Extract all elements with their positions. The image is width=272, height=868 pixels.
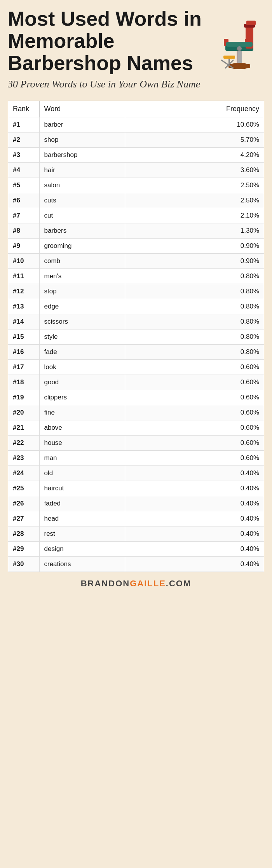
subtitle: 30 Proven Words to Use in Your Own Biz N…: [8, 78, 210, 91]
table-row: #23man0.60%: [8, 451, 264, 466]
cell-rank: #6: [8, 193, 39, 208]
cell-rank: #10: [8, 254, 39, 269]
cell-word: look: [39, 360, 125, 375]
cell-rank: #23: [8, 451, 39, 466]
cell-frequency: 0.40%: [125, 466, 264, 481]
cell-word: design: [39, 542, 125, 557]
cell-word: men's: [39, 269, 125, 284]
main-title: Most Used Words in Memorable Barbershop …: [8, 8, 210, 75]
table-row: #8barbers1.30%: [8, 223, 264, 239]
table-row: #13edge0.80%: [8, 299, 264, 314]
cell-word: edge: [39, 299, 125, 314]
cell-frequency: 0.40%: [125, 496, 264, 511]
cell-rank: #20: [8, 405, 39, 420]
cell-frequency: 0.60%: [125, 375, 264, 390]
cell-rank: #22: [8, 436, 39, 451]
table-container: Rank Word Frequency #1barber10.60%#2shop…: [8, 101, 264, 572]
table-row: #1barber10.60%: [8, 117, 264, 132]
table-row: #16fade0.80%: [8, 345, 264, 360]
svg-rect-9: [246, 21, 256, 25]
table-row: #4hair3.60%: [8, 163, 264, 178]
footer-brand: BRANDONGAILLE.COM: [81, 579, 192, 589]
cell-word: fade: [39, 345, 125, 360]
table-row: #24old0.40%: [8, 466, 264, 481]
cell-word: salon: [39, 178, 125, 193]
cell-word: creations: [39, 557, 125, 572]
cell-rank: #13: [8, 299, 39, 314]
cell-word: rest: [39, 526, 125, 542]
cell-frequency: 2.50%: [125, 178, 264, 193]
words-table: Rank Word Frequency #1barber10.60%#2shop…: [8, 101, 264, 572]
cell-frequency: 0.80%: [125, 329, 264, 345]
table-row: #21above0.60%: [8, 420, 264, 436]
table-row: #12stop0.80%: [8, 284, 264, 299]
cell-rank: #29: [8, 542, 39, 557]
cell-word: barber: [39, 117, 125, 132]
cell-frequency: 0.40%: [125, 542, 264, 557]
cell-word: haircut: [39, 481, 125, 496]
cell-rank: #3: [8, 148, 39, 163]
cell-rank: #1: [8, 117, 39, 132]
cell-rank: #16: [8, 345, 39, 360]
cell-rank: #27: [8, 511, 39, 526]
cell-frequency: 0.80%: [125, 284, 264, 299]
cell-rank: #12: [8, 284, 39, 299]
cell-rank: #17: [8, 360, 39, 375]
cell-rank: #25: [8, 481, 39, 496]
cell-word: head: [39, 511, 125, 526]
cell-word: above: [39, 420, 125, 436]
footer: BRANDONGAILLE.COM: [8, 572, 264, 592]
page-container: Most Used Words in Memorable Barbershop …: [0, 0, 272, 596]
cell-rank: #14: [8, 314, 39, 329]
cell-rank: #26: [8, 496, 39, 511]
cell-word: house: [39, 436, 125, 451]
col-rank: Rank: [8, 101, 39, 117]
cell-word: faded: [39, 496, 125, 511]
svg-point-12: [237, 46, 242, 51]
cell-word: cut: [39, 208, 125, 223]
table-row: #2shop5.70%: [8, 132, 264, 148]
table-row: #26faded0.40%: [8, 496, 264, 511]
cell-frequency: 0.60%: [125, 390, 264, 405]
cell-word: fine: [39, 405, 125, 420]
cell-frequency: 2.10%: [125, 208, 264, 223]
table-row: #5salon2.50%: [8, 178, 264, 193]
cell-rank: #4: [8, 163, 39, 178]
table-row: #20fine0.60%: [8, 405, 264, 420]
cell-frequency: 0.40%: [125, 526, 264, 542]
cell-word: barbershop: [39, 148, 125, 163]
table-row: #11men's0.80%: [8, 269, 264, 284]
cell-rank: #5: [8, 178, 39, 193]
table-row: #18good0.60%: [8, 375, 264, 390]
cell-rank: #11: [8, 269, 39, 284]
cell-frequency: 10.60%: [125, 117, 264, 132]
table-row: #19clippers0.60%: [8, 390, 264, 405]
table-row: #7cut2.10%: [8, 208, 264, 223]
cell-frequency: 2.50%: [125, 193, 264, 208]
cell-frequency: 0.40%: [125, 511, 264, 526]
svg-rect-13: [237, 49, 237, 66]
table-row: #27head0.40%: [8, 511, 264, 526]
col-word: Word: [39, 101, 125, 117]
table-body: #1barber10.60%#2shop5.70%#3barbershop4.2…: [8, 117, 264, 572]
cell-frequency: 0.80%: [125, 345, 264, 360]
cell-frequency: 4.20%: [125, 148, 264, 163]
table-row: #15style0.80%: [8, 329, 264, 345]
table-row: #22house0.60%: [8, 436, 264, 451]
table-row: #3barbershop4.20%: [8, 148, 264, 163]
cell-word: clippers: [39, 390, 125, 405]
cell-frequency: 3.60%: [125, 163, 264, 178]
cell-word: comb: [39, 254, 125, 269]
cell-frequency: 0.40%: [125, 557, 264, 572]
cell-word: style: [39, 329, 125, 345]
cell-frequency: 0.80%: [125, 314, 264, 329]
svg-rect-11: [223, 56, 235, 59]
cell-frequency: 0.60%: [125, 405, 264, 420]
cell-rank: #2: [8, 132, 39, 148]
cell-frequency: 0.90%: [125, 254, 264, 269]
table-row: #25haircut0.40%: [8, 481, 264, 496]
cell-frequency: 1.30%: [125, 223, 264, 239]
cell-frequency: 5.70%: [125, 132, 264, 148]
svg-rect-8: [226, 42, 253, 47]
col-frequency: Frequency: [125, 101, 264, 117]
